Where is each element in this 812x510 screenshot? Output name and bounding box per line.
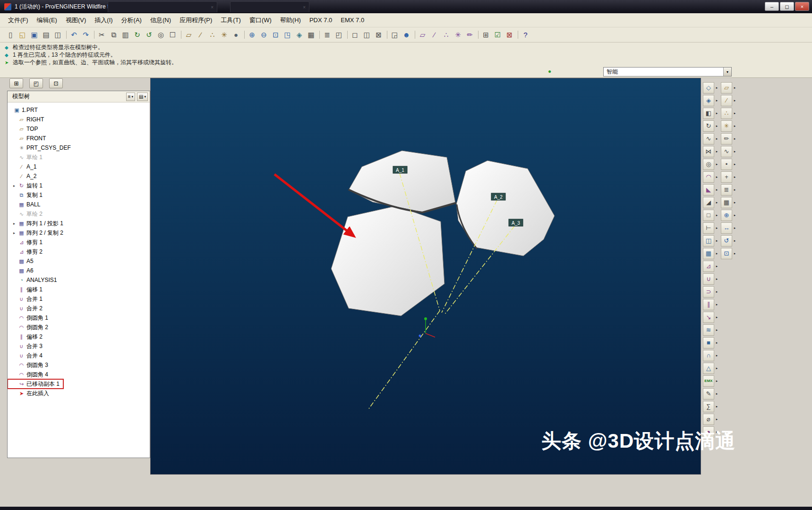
flyout-arrow-icon[interactable]: ▸ bbox=[714, 401, 719, 412]
tool-button[interactable]: ∿ bbox=[721, 146, 732, 157]
zoom-out-button[interactable]: ⊖ bbox=[258, 29, 270, 41]
auto-regenerate-button[interactable]: ↺ bbox=[143, 29, 155, 41]
copy-button[interactable]: ⧉ bbox=[108, 29, 120, 41]
close-pane-button[interactable]: ⊠ bbox=[504, 29, 515, 41]
user-profile-button[interactable]: ☻ bbox=[401, 29, 412, 41]
flyout-arrow-icon[interactable]: ▸ bbox=[714, 286, 719, 298]
undo-button[interactable]: ↶ bbox=[68, 29, 80, 41]
tree-item-round-2[interactable]: ◠ 倒圆角 2 bbox=[8, 323, 150, 332]
tree-settings-button[interactable]: ≡ ▾ bbox=[126, 93, 135, 101]
close-window-button[interactable]: ⊠ bbox=[373, 29, 385, 41]
tree-item-round-4[interactable]: ◠ 倒圆角 4 bbox=[8, 370, 150, 379]
sketch-tool-button[interactable]: ✏ bbox=[464, 29, 476, 41]
print-preview-button[interactable]: ◫ bbox=[52, 29, 64, 41]
tool-button[interactable]: ↔ bbox=[721, 222, 732, 234]
flyout-arrow-icon[interactable]: ▸ bbox=[714, 133, 719, 144]
view-manager-button[interactable]: ◰ bbox=[333, 29, 345, 41]
tool-button[interactable]: ⊿ bbox=[703, 261, 714, 272]
flyout-arrow-icon[interactable]: ▸ bbox=[732, 248, 737, 259]
paste-button[interactable]: ▥ bbox=[120, 29, 131, 41]
tree-item-merge-1[interactable]: ∪ 合并 1 bbox=[8, 294, 150, 304]
tree-item-trim-1[interactable]: ⊿ 修剪 1 bbox=[8, 238, 150, 247]
tool-button[interactable]: □ bbox=[703, 210, 714, 221]
flyout-arrow-icon[interactable]: ▸ bbox=[714, 82, 719, 94]
menu-analysis[interactable]: 分析(A) bbox=[117, 14, 146, 27]
tool-button[interactable]: ↘ bbox=[703, 312, 714, 323]
tree-item-right[interactable]: ▱ RIGHT bbox=[8, 115, 150, 124]
flyout-arrow-icon[interactable]: ▸ bbox=[714, 235, 719, 246]
folder-browser-tab[interactable]: ◰ bbox=[29, 78, 43, 88]
expand-arrow-icon[interactable]: ▸ bbox=[13, 231, 18, 235]
expand-arrow-icon[interactable]: ▸ bbox=[13, 184, 18, 188]
flyout-arrow-icon[interactable]: ▸ bbox=[714, 312, 719, 323]
flyout-arrow-icon[interactable]: ▸ bbox=[714, 375, 719, 387]
flyout-arrow-icon[interactable]: ▸ bbox=[732, 82, 737, 94]
tool-button[interactable]: ✳ bbox=[721, 120, 732, 132]
expand-arrow-icon[interactable]: ▸ bbox=[13, 221, 18, 226]
new-file-button[interactable]: ▯ bbox=[5, 29, 17, 41]
tree-item-prt-csys-def[interactable]: ✳ PRT_CSYS_DEF bbox=[8, 143, 150, 153]
cut-button[interactable]: ✂ bbox=[96, 29, 108, 41]
menu-tools[interactable]: 工具(T) bbox=[216, 14, 245, 27]
redo-button[interactable]: ↷ bbox=[80, 29, 92, 41]
tree-item-sketch-2[interactable]: ∿ 草绘 2 bbox=[8, 209, 150, 219]
datum-point-tool-button[interactable]: ∴ bbox=[440, 29, 452, 41]
menu-info[interactable]: 信息(N) bbox=[146, 14, 175, 27]
saved-views-button[interactable]: ▦ bbox=[305, 29, 317, 41]
menu-edit[interactable]: 编辑(E) bbox=[33, 14, 61, 27]
tool-button[interactable]: △ bbox=[703, 363, 714, 374]
tool-button[interactable]: EMX bbox=[703, 375, 714, 387]
flyout-arrow-icon[interactable]: ▸ bbox=[732, 235, 737, 246]
flyout-arrow-icon[interactable]: ▸ bbox=[732, 171, 737, 183]
tree-show-button[interactable]: ▤ ▾ bbox=[137, 93, 148, 101]
tool-button[interactable]: ⊃ bbox=[703, 286, 714, 298]
tool-button[interactable]: ▦ bbox=[721, 197, 732, 208]
datum-plane-display-toggle[interactable]: ▱ bbox=[183, 29, 195, 41]
close-button[interactable]: × bbox=[795, 2, 809, 11]
tab-close-icon[interactable]: × bbox=[303, 5, 306, 10]
tool-button[interactable]: ∿ bbox=[703, 133, 714, 144]
tool-button[interactable]: ■ bbox=[703, 337, 714, 348]
tool-button[interactable]: ◣ bbox=[703, 184, 714, 196]
shaded-display-button[interactable]: ● bbox=[230, 29, 242, 41]
tool-button[interactable]: ∪ bbox=[703, 273, 714, 285]
tool-button[interactable]: ◧ bbox=[703, 108, 714, 119]
surface-panel-top[interactable] bbox=[349, 151, 455, 212]
tree-item-top[interactable]: ▱ TOP bbox=[8, 124, 150, 134]
tool-button[interactable]: ∥ bbox=[703, 299, 714, 310]
flyout-arrow-icon[interactable]: ▸ bbox=[714, 222, 719, 234]
tree-item-merge-4[interactable]: ∪ 合并 4 bbox=[8, 351, 150, 360]
tree-item-round-3[interactable]: ◠ 倒圆角 3 bbox=[8, 360, 150, 370]
flyout-arrow-icon[interactable]: ▸ bbox=[732, 120, 737, 132]
tool-button[interactable]: ⌀ bbox=[703, 414, 714, 425]
find-button[interactable]: ◎ bbox=[155, 29, 167, 41]
tree-item-trim-2[interactable]: ⊿ 修剪 2 bbox=[8, 247, 150, 256]
axis-label-a3[interactable]: A_3 bbox=[509, 219, 523, 226]
model-tree-tab[interactable]: ⊞ bbox=[9, 78, 23, 88]
context-help-button[interactable]: ? bbox=[520, 29, 531, 41]
tool-button[interactable]: ∕ bbox=[721, 95, 732, 106]
select-box-button[interactable]: ☐ bbox=[167, 29, 179, 41]
tree-item-merge-2[interactable]: ∪ 合并 2 bbox=[8, 304, 150, 313]
datum-axis-line-extension[interactable] bbox=[368, 311, 440, 410]
tool-button[interactable]: ↺ bbox=[721, 235, 732, 246]
tree-item-a5[interactable]: ▩ A5 bbox=[8, 256, 150, 266]
tool-button[interactable]: ≋ bbox=[703, 324, 714, 336]
datum-csys-tool-button[interactable]: ✳ bbox=[452, 29, 464, 41]
activate-window-button[interactable]: ◫ bbox=[361, 29, 373, 41]
flyout-arrow-icon[interactable]: ▸ bbox=[714, 273, 719, 285]
minimize-button[interactable]: – bbox=[765, 2, 779, 11]
tool-button[interactable]: ⊡ bbox=[721, 248, 732, 259]
flyout-arrow-icon[interactable]: ▸ bbox=[714, 299, 719, 310]
tree-item-pattern-1[interactable]: ▸ ▦ 阵列 1 / 投影 1 bbox=[8, 219, 150, 228]
menu-view[interactable]: 视图(V) bbox=[61, 14, 90, 27]
flyout-arrow-icon[interactable]: ▸ bbox=[714, 210, 719, 221]
tool-button[interactable]: • bbox=[721, 159, 732, 170]
menu-emx[interactable]: EMX 7.0 bbox=[336, 14, 368, 26]
flyout-arrow-icon[interactable]: ▸ bbox=[732, 159, 737, 170]
datum-axis-tool-button[interactable]: ∕ bbox=[428, 29, 440, 41]
tree-item-revolve-1[interactable]: ▸ ↻ 旋转 1 bbox=[8, 181, 150, 190]
datum-point-display-toggle[interactable]: ∴ bbox=[206, 29, 218, 41]
datum-axis-display-toggle[interactable]: ∕ bbox=[195, 29, 206, 41]
tree-item-analysis1[interactable]: ◔ ANALYSIS1 bbox=[8, 275, 150, 285]
